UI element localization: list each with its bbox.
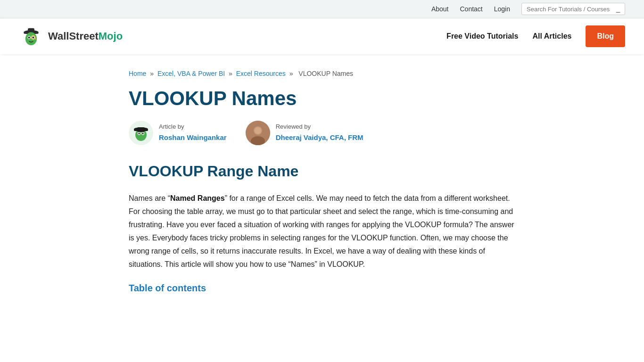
breadcrumb-sep-1: »: [150, 70, 156, 77]
all-articles-link[interactable]: All Articles: [532, 30, 571, 42]
svg-point-7: [33, 36, 34, 38]
breadcrumb-sep-2: »: [229, 70, 234, 77]
breadcrumb-home[interactable]: Home: [129, 70, 146, 77]
body-text: Names are “Named Ranges” for a range of …: [129, 192, 515, 271]
author-info: Article by Roshan Waingankar: [159, 122, 227, 143]
svg-point-22: [255, 127, 261, 134]
named-ranges-bold: Named Ranges: [170, 194, 225, 202]
reviewer-item: Reviewed by Dheeraj Vaidya, CFA, FRM: [246, 121, 363, 145]
content-area: Home » Excel, VBA & Power BI » Excel Res…: [110, 54, 534, 314]
breadcrumb-excel-vba[interactable]: Excel, VBA & Power BI: [157, 70, 225, 77]
page-title: VLOOKUP Names: [129, 87, 515, 110]
svg-point-14: [139, 132, 140, 134]
breadcrumb-excel-resources[interactable]: Excel Resources: [236, 70, 286, 77]
main-nav: WallStreetMojo Free Video Tutorials All …: [0, 18, 644, 54]
toc-heading: Table of contents: [129, 280, 515, 296]
logo-text: WallStreetMojo: [48, 28, 123, 44]
logo-text-black: WallStreet: [48, 30, 99, 42]
author-label: Article by: [159, 122, 227, 132]
blog-button[interactable]: Blog: [586, 25, 625, 47]
reviewer-info: Reviewed by Dheeraj Vaidya, CFA, FRM: [276, 122, 363, 143]
search-box: ⎯: [521, 3, 625, 15]
article-author: Article by Roshan Waingankar: [129, 121, 227, 145]
svg-point-15: [142, 132, 144, 134]
breadcrumb-sep-3: »: [289, 70, 295, 77]
author-name[interactable]: Roshan Waingankar: [159, 132, 227, 143]
free-video-tutorials-link[interactable]: Free Video Tutorials: [446, 30, 518, 42]
logo-link[interactable]: WallStreetMojo: [19, 24, 123, 49]
contact-link[interactable]: Contact: [460, 4, 482, 14]
top-bar: About Contact Login ⎯: [0, 0, 644, 18]
breadcrumb: Home » Excel, VBA & Power BI » Excel Res…: [129, 68, 515, 79]
svg-point-6: [28, 36, 30, 38]
authors-section: Article by Roshan Waingankar Reviewed by…: [129, 121, 515, 145]
breadcrumb-current: VLOOKUP Names: [298, 70, 353, 77]
reviewer-avatar: [246, 121, 270, 145]
logo-icon: [19, 24, 43, 49]
svg-rect-18: [134, 129, 148, 131]
nav-links: Free Video Tutorials All Articles Blog: [446, 25, 625, 47]
search-submit-button[interactable]: ⎯: [616, 5, 620, 13]
top-bar-nav: About Contact Login: [431, 4, 510, 14]
search-input[interactable]: [527, 6, 616, 13]
login-link[interactable]: Login: [494, 4, 510, 14]
about-link[interactable]: About: [431, 4, 449, 14]
section-heading: VLOOKUP Range Name: [129, 159, 515, 183]
author-avatar: [129, 121, 153, 145]
logo-text-green: Mojo: [99, 30, 123, 42]
reviewer-name[interactable]: Dheeraj Vaidya, CFA, FRM: [276, 132, 363, 143]
reviewer-label: Reviewed by: [276, 122, 363, 132]
